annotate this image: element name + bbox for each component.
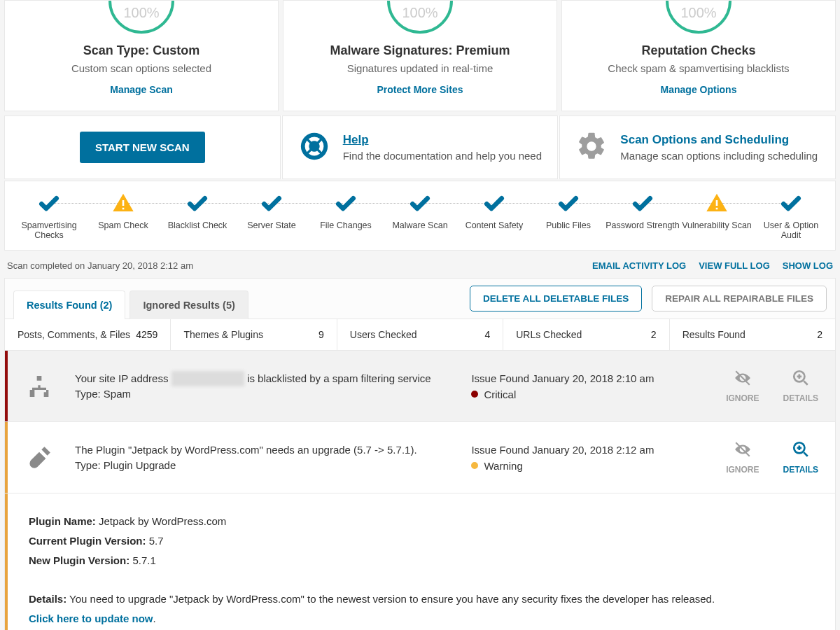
stat-subtitle: Custom scan options selected — [13, 62, 270, 74]
counter-value: 4259 — [136, 329, 158, 340]
ignore-label: IGNORE — [726, 393, 759, 403]
help-subtitle: Find the documentation and help you need — [343, 150, 542, 162]
sitemap-icon — [22, 372, 57, 400]
ignore-label: IGNORE — [726, 465, 759, 475]
new-version-value: 5.7.1 — [132, 554, 155, 566]
issue-type: Type: Spam — [75, 388, 131, 400]
progress-ring: 100% — [666, 1, 732, 34]
scan-step: Public Files — [531, 192, 606, 240]
scan-options-cell[interactable]: Scan Options and Scheduling Manage scan … — [559, 115, 836, 179]
help-cell[interactable]: Help Find the documentation and help you… — [282, 115, 559, 179]
details-button[interactable]: DETAILS — [783, 369, 818, 403]
eye-off-icon — [734, 440, 752, 461]
check-icon — [606, 192, 680, 214]
scan-meta-row: Scan completed on January 20, 2018 2:12 … — [0, 251, 840, 278]
progress-ring: 100% — [108, 1, 174, 34]
scan-step: Spamvertising Checks — [12, 192, 86, 240]
issue-row: Your site IP address 000.000.000.00 is b… — [5, 351, 835, 422]
scan-meta-links: EMAIL ACTIVITY LOG VIEW FULL LOG SHOW LO… — [592, 260, 833, 271]
details-label: DETAILS — [783, 465, 818, 475]
scan-step-label: User & Option Audit — [754, 220, 828, 240]
stat-cards-row: 100% Scan Type: Custom Custom scan optio… — [0, 0, 840, 111]
action-row: START NEW SCAN Help Find the documentati… — [4, 115, 836, 179]
scan-steps-row: Spamvertising ChecksSpam CheckBlacklist … — [4, 181, 836, 251]
life-ring-icon — [298, 130, 330, 164]
stat-subtitle: Check spam & spamvertising blacklists — [570, 62, 827, 74]
counter-label: URLs Checked — [516, 329, 582, 340]
results-listing: Results Found (2) Ignored Results (5) DE… — [4, 278, 836, 630]
update-now-link[interactable]: Click here to update now — [29, 612, 153, 624]
counter-cell: Themes & Plugins9 — [171, 319, 337, 350]
scan-step: Vulnerability Scan — [680, 192, 754, 240]
repair-all-button[interactable]: REPAIR ALL REPAIRABLE FILES — [652, 286, 827, 312]
progress-percent: 100% — [108, 5, 174, 21]
check-icon — [754, 192, 828, 214]
ignore-button[interactable]: IGNORE — [726, 440, 759, 475]
scan-step-label: Spamvertising Checks — [12, 220, 86, 240]
scan-options-subtitle: Manage scan options including scheduling — [620, 150, 818, 162]
check-icon — [383, 192, 457, 214]
counter-label: Users Checked — [350, 329, 417, 340]
issue-found-date: Issue Found January 20, 2018 2:12 am — [471, 444, 708, 456]
check-icon — [234, 192, 309, 214]
counter-cell: Posts, Comments, & Files4259 — [5, 319, 171, 350]
details-text: You need to upgrade "Jetpack by WordPres… — [69, 593, 715, 605]
eye-off-icon — [734, 369, 752, 389]
current-version-label: Current Plugin Version: — [29, 535, 146, 547]
stat-card-reputation: 100% Reputation Checks Check spam & spam… — [561, 0, 836, 111]
manage-options-link[interactable]: Manage Options — [570, 84, 827, 95]
issue-row: The Plugin "Jetpack by WordPress.com" ne… — [5, 422, 835, 493]
check-icon — [457, 192, 531, 214]
scan-step-label: Server State — [234, 220, 309, 230]
issue-body: Your site IP address 000.000.000.00 is b… — [75, 371, 453, 402]
counter-value: 9 — [318, 329, 324, 340]
scan-step: Content Safety — [457, 192, 531, 240]
check-icon — [12, 192, 86, 214]
start-new-scan-button[interactable]: START NEW SCAN — [80, 132, 205, 163]
plug-icon — [22, 444, 57, 472]
warning-icon — [86, 192, 160, 214]
warning-icon — [680, 192, 754, 214]
scan-step: Blacklist Check — [160, 192, 234, 240]
counter-value: 2 — [817, 329, 822, 340]
details-label: DETAILS — [783, 393, 818, 403]
stat-title: Malware Signatures: Premium — [292, 43, 548, 58]
issue-found-date: Issue Found January 20, 2018 2:10 am — [471, 372, 708, 384]
tabs-bar: Results Found (2) Ignored Results (5) DE… — [5, 279, 835, 319]
scan-step-label: Blacklist Check — [160, 220, 234, 230]
scan-step: Malware Scan — [383, 192, 457, 240]
zoom-in-icon — [792, 440, 810, 461]
current-version-value: 5.7 — [149, 535, 164, 547]
issue-detail-panel: Plugin Name: Jetpack by WordPress.com Cu… — [5, 493, 835, 630]
view-full-log-link[interactable]: VIEW FULL LOG — [699, 260, 770, 271]
show-log-link[interactable]: SHOW LOG — [783, 260, 833, 271]
email-activity-log-link[interactable]: EMAIL ACTIVITY LOG — [592, 260, 686, 271]
counter-label: Themes & Plugins — [183, 329, 263, 340]
stat-title: Scan Type: Custom — [13, 43, 270, 58]
tab-ignored-results[interactable]: Ignored Results (5) — [130, 290, 248, 319]
counter-cell: Users Checked4 — [337, 319, 503, 350]
check-icon — [160, 192, 234, 214]
tab-results-found[interactable]: Results Found (2) — [13, 290, 125, 319]
severity-dot-icon — [471, 391, 478, 398]
stat-subtitle: Signatures updated in real-time — [292, 62, 548, 74]
scan-step-label: Vulnerability Scan — [680, 220, 754, 230]
details-button[interactable]: DETAILS — [783, 440, 818, 475]
scan-step-label: Content Safety — [457, 220, 531, 230]
scan-step-label: Malware Scan — [383, 220, 457, 230]
scan-step-label: Password Strength — [606, 220, 680, 230]
details-label: Details: — [29, 593, 66, 605]
issue-text-prefix: Your site IP address — [75, 372, 172, 384]
scan-options-link[interactable]: Scan Options and Scheduling — [620, 133, 789, 146]
scan-step: File Changes — [309, 192, 383, 240]
protect-sites-link[interactable]: Protect More Sites — [292, 84, 548, 95]
scan-step: Server State — [234, 192, 309, 240]
counter-label: Posts, Comments, & Files — [18, 329, 130, 340]
progress-percent: 100% — [387, 5, 453, 21]
progress-ring: 100% — [387, 1, 453, 34]
manage-scan-link[interactable]: Manage Scan — [13, 84, 270, 95]
ignore-button[interactable]: IGNORE — [726, 369, 759, 403]
help-link[interactable]: Help — [343, 133, 369, 146]
delete-all-button[interactable]: DELETE ALL DELETABLE FILES — [470, 286, 642, 312]
issue-meta: Issue Found January 20, 2018 2:10 am Cri… — [471, 372, 708, 400]
